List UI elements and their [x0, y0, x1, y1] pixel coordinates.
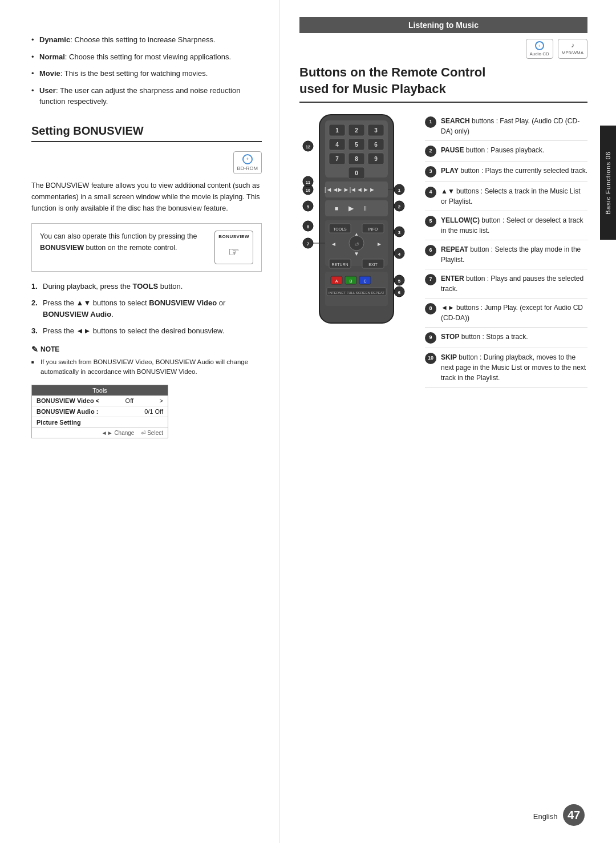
- step-1-text: During playback, press the: [43, 282, 133, 291]
- desc-item-9: 9 STOP button : Stops a track.: [425, 328, 587, 348]
- desc-num-4: 4: [425, 187, 436, 198]
- desc-text-8: ◄► buttons : Jump Play. (except for Audi…: [441, 302, 587, 323]
- page-num-box: 47: [563, 804, 585, 826]
- tools-row-3-label: Picture Setting: [37, 419, 81, 426]
- normal-text: : Choose this setting for most viewing a…: [65, 53, 231, 61]
- dynamic-text: : Choose this setting to increase Sharpn…: [70, 35, 215, 44]
- normal-label: Normal: [39, 53, 65, 61]
- svg-text:9: 9: [307, 204, 310, 209]
- user-label: User: [39, 86, 56, 95]
- remote-svg: 1 2 3 4 5 6 7 8 9: [299, 112, 414, 329]
- desc-num-10: 10: [425, 353, 436, 364]
- title-line2: used for Music Playback: [299, 82, 446, 96]
- step-2-bold: BONUSVIEW Video: [149, 299, 217, 307]
- note-label: NOTE: [40, 345, 59, 353]
- bd-rom-area: + BD-ROM: [31, 151, 262, 174]
- descriptions-list: 1 SEARCH buttons : Fast Play. (Audio CD …: [425, 112, 587, 388]
- page-lang: English: [533, 812, 558, 821]
- svg-text:▼: ▼: [354, 251, 359, 257]
- desc-num-5: 5: [425, 216, 436, 227]
- svg-text:B: B: [350, 279, 352, 283]
- desc-num-8: 8: [425, 303, 436, 314]
- page: 06 Basic Functions Dynamic: Choose this …: [0, 0, 616, 843]
- desc-num-1: 1: [425, 116, 436, 128]
- step-2-text3: .: [111, 310, 114, 318]
- svg-text:11: 11: [306, 180, 310, 184]
- step-2-bold2: BONUSVIEW Audio: [43, 310, 111, 318]
- remote-control: 1 2 3 4 5 6 7 8 9: [299, 112, 414, 388]
- note-text: If you switch from BONUSVIEW Video, BONU…: [31, 357, 262, 377]
- sidebar-tab: 06 Basic Functions: [600, 126, 616, 240]
- svg-text:6: 6: [398, 290, 401, 295]
- main-section-title: Buttons on the Remote Control used for M…: [299, 64, 587, 103]
- tools-row-1-value: Off: [125, 397, 133, 404]
- svg-text:6: 6: [374, 142, 378, 148]
- svg-text:INTERNET  FULL SCREEN  REPEAT: INTERNET FULL SCREEN REPEAT: [329, 291, 384, 295]
- note-icon: ✎: [31, 345, 38, 354]
- svg-text:4: 4: [398, 252, 401, 257]
- audio-cd-label: Audio CD: [530, 51, 549, 57]
- desc-item-10: 10 SKIP button : During playback, moves …: [425, 348, 587, 388]
- tools-row-2-label: BONUSVIEW Audio :: [37, 408, 98, 415]
- desc-text-3: PLAY button : Plays the currently select…: [441, 166, 587, 176]
- svg-text:2: 2: [355, 127, 358, 134]
- svg-text:A: A: [335, 279, 338, 283]
- svg-text:►: ►: [376, 241, 382, 247]
- svg-text:10: 10: [306, 188, 310, 192]
- step-list: 1. During playback, press the TOOLS butt…: [31, 281, 262, 337]
- svg-text:◄: ◄: [331, 241, 337, 247]
- left-column: Dynamic: Choose this setting to increase…: [0, 0, 279, 843]
- svg-text:EXIT: EXIT: [368, 263, 378, 267]
- svg-text:12: 12: [306, 145, 310, 149]
- step-3-num: 3.: [31, 325, 38, 337]
- svg-text:5: 5: [355, 142, 358, 148]
- bonusview-box-text2: button on the remote control.: [84, 244, 177, 252]
- bd-rom-circle: +: [242, 154, 253, 164]
- bd-rom-badge: + BD-ROM: [233, 151, 262, 174]
- step-1: 1. During playback, press the TOOLS butt…: [31, 281, 262, 292]
- svg-text:►►|: ►►|: [337, 186, 351, 193]
- desc-num-7: 7: [425, 274, 436, 285]
- title-line1: Buttons on the Remote Control: [299, 65, 485, 79]
- sidebar-num: 06: [605, 151, 611, 159]
- desc-item-7: 7 ENTER button : Plays and pauses the se…: [425, 269, 587, 299]
- bonusview-box: You can also operate this function by pr…: [31, 223, 262, 272]
- movie-label: Movie: [39, 69, 60, 78]
- desc-num-6: 6: [425, 245, 436, 256]
- svg-text:TOOLS: TOOLS: [333, 227, 347, 231]
- desc-text-6: REPEAT button : Selects the play mode in…: [441, 244, 587, 265]
- svg-text:7: 7: [335, 156, 339, 162]
- note-section: ✎ NOTE If you switch from BONUSVIEW Vide…: [31, 345, 262, 377]
- desc-num-9: 9: [425, 332, 436, 344]
- step-1-text2: button.: [158, 282, 183, 291]
- svg-text:9: 9: [374, 156, 378, 162]
- desc-text-9: STOP button : Stops a track.: [441, 332, 587, 342]
- desc-num-2: 2: [425, 146, 436, 157]
- bonusview-btn-label: BONUSVIEW: [218, 233, 249, 240]
- svg-text:5: 5: [398, 279, 401, 284]
- desc-item-5: 5 YELLOW(C) button : Select or deselect …: [425, 211, 587, 240]
- mp3-icon: ♪: [571, 41, 574, 49]
- setting-bonusview-title: Setting BONUSVIEW: [31, 124, 262, 142]
- svg-text:►►: ►►: [363, 186, 375, 193]
- desc-item-1: 1 SEARCH buttons : Fast Play. (Audio CD …: [425, 112, 587, 141]
- svg-text:RETURN: RETURN: [331, 263, 348, 267]
- finger-icon: ☞: [228, 243, 240, 261]
- tools-footer-select: ⏎ Select: [141, 430, 163, 436]
- desc-num-3: 3: [425, 166, 436, 178]
- desc-text-5: YELLOW(C) button : Select or deselect a …: [441, 215, 587, 236]
- svg-text:8: 8: [307, 224, 310, 229]
- svg-text:II: II: [363, 205, 367, 212]
- user-text: : The user can adjust the sharpness and …: [39, 86, 240, 106]
- desc-text-10: SKIP button : During playback, moves to …: [441, 352, 587, 383]
- svg-text:1: 1: [335, 127, 339, 134]
- desc-text-1: SEARCH buttons : Fast Play. (Audio CD (C…: [441, 116, 587, 136]
- movie-text: : This is the best setting for watching …: [60, 69, 208, 78]
- step-1-bold: TOOLS: [133, 282, 159, 291]
- audio-cd-icon: +: [535, 41, 544, 50]
- svg-text:4: 4: [335, 142, 339, 148]
- dynamic-label: Dynamic: [39, 35, 70, 44]
- svg-text:7: 7: [307, 241, 310, 247]
- bullet-movie: Movie: This is the best setting for watc…: [31, 68, 262, 79]
- tools-row-3: Picture Setting: [32, 417, 168, 427]
